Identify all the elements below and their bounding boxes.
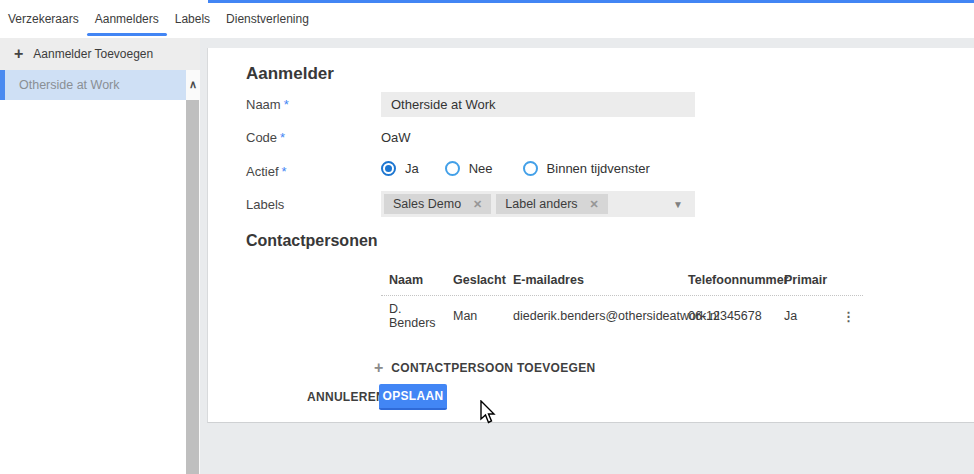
col-header-emailadres: E-mailadres: [505, 273, 680, 287]
chevron-down-icon[interactable]: ▼: [673, 199, 683, 210]
chip-text: Label anders: [505, 197, 577, 211]
accent-top-line: [208, 0, 974, 3]
save-button[interactable]: OPSLAAN: [379, 384, 447, 410]
sidebar-item-otherside-at-work[interactable]: Otherside at Work: [0, 70, 186, 100]
table-row: D. Benders Man diederik.benders@othersid…: [381, 296, 863, 336]
aanmelder-detail-panel: Aanmelder Naam* Code* OaW Actief* Ja: [207, 48, 974, 423]
radio-label: Nee: [469, 161, 493, 176]
cell-telefoonnummer: 06-12345678: [680, 309, 776, 323]
radio-label: Binnen tijdvenster: [547, 161, 650, 176]
plus-icon: +: [374, 359, 383, 377]
sidebar-scrollbar[interactable]: ∧: [186, 70, 200, 474]
actief-radio-group: Ja Nee Binnen tijdvenster: [381, 161, 676, 176]
tab-label: Aanmelders: [95, 12, 159, 26]
labels-multiselect[interactable]: Sales Demo ✕ Label anders ✕ ▼: [381, 191, 695, 217]
app-window: Verzekeraars Aanmelders Labels Dienstver…: [0, 0, 974, 474]
plus-icon: +: [14, 46, 23, 62]
radio-label: Ja: [405, 161, 419, 176]
contacts-section-title: Contactpersonen: [246, 232, 378, 250]
add-aanmelder-label: Aanmelder Toevoegen: [33, 47, 153, 61]
tab-verzekeraars[interactable]: Verzekeraars: [0, 0, 87, 38]
tab-aanmelders[interactable]: Aanmelders: [87, 0, 167, 38]
label-text: Code: [246, 130, 277, 145]
code-value: OaW: [381, 130, 411, 145]
radio-unselected-icon: [445, 161, 460, 176]
label-chip: Sales Demo ✕: [384, 194, 491, 214]
cancel-button[interactable]: ANNULEREN: [307, 384, 385, 410]
cell-emailadres: diederik.benders@othersideatwork.nl: [505, 309, 680, 323]
scroll-up-icon[interactable]: ∧: [186, 70, 200, 98]
actief-field-label: Actief*: [246, 164, 287, 179]
required-marker: *: [282, 164, 287, 179]
col-header-telefoonnummer: Telefoonnummer: [680, 273, 776, 287]
labels-field-label: Labels: [246, 197, 284, 212]
col-header-geslacht: Geslacht: [445, 273, 505, 287]
row-menu-icon[interactable]: ⋮: [834, 309, 863, 324]
active-tab-underline: [87, 33, 167, 36]
naam-field-label: Naam*: [246, 97, 289, 112]
label-text: Naam: [246, 97, 281, 112]
label-text: Actief: [246, 164, 279, 179]
top-tab-bar: Verzekeraars Aanmelders Labels Dienstver…: [0, 0, 974, 38]
sidebar-item-label: Otherside at Work: [19, 78, 120, 92]
radio-ja[interactable]: Ja: [381, 161, 419, 176]
radio-binnen-tijdvenster[interactable]: Binnen tijdvenster: [523, 161, 650, 176]
mouse-cursor: [480, 400, 498, 426]
scrollbar-thumb[interactable]: [186, 100, 199, 474]
code-field-label: Code*: [246, 130, 285, 145]
page-background: + Aanmelder Toevoegen Otherside at Work …: [0, 38, 974, 474]
add-contactpersoon-label: CONTACTPERSOON TOEVOEGEN: [391, 361, 595, 375]
naam-input[interactable]: [381, 92, 695, 117]
contacts-table: Naam Geslacht E-mailadres Telefoonnummer…: [381, 264, 863, 336]
tab-dienstverlening[interactable]: Dienstverlening: [218, 0, 317, 38]
col-header-primair: Primair: [776, 273, 834, 287]
radio-nee[interactable]: Nee: [445, 161, 493, 176]
cell-geslacht: Man: [445, 309, 505, 323]
add-contactpersoon-button[interactable]: + CONTACTPERSOON TOEVOEGEN: [374, 356, 595, 380]
contacts-table-header: Naam Geslacht E-mailadres Telefoonnummer…: [381, 264, 863, 296]
col-header-naam: Naam: [381, 273, 445, 287]
tab-labels[interactable]: Labels: [167, 0, 218, 38]
chip-close-icon[interactable]: ✕: [590, 198, 599, 211]
tab-label: Dienstverlening: [226, 12, 309, 26]
cell-naam: D. Benders: [381, 302, 445, 330]
page-title: Aanmelder: [246, 64, 334, 84]
radio-selected-icon: [381, 161, 396, 176]
tab-label: Verzekeraars: [8, 12, 79, 26]
cell-primair: Ja: [776, 309, 834, 323]
label-chip: Label anders ✕: [496, 194, 608, 214]
required-marker: *: [284, 97, 289, 112]
required-marker: *: [280, 130, 285, 145]
chip-close-icon[interactable]: ✕: [473, 198, 482, 211]
tab-label: Labels: [175, 12, 210, 26]
sidebar: + Aanmelder Toevoegen Otherside at Work …: [0, 38, 200, 474]
chip-text: Sales Demo: [393, 197, 461, 211]
radio-unselected-icon: [523, 161, 538, 176]
add-aanmelder-button[interactable]: + Aanmelder Toevoegen: [0, 38, 200, 70]
